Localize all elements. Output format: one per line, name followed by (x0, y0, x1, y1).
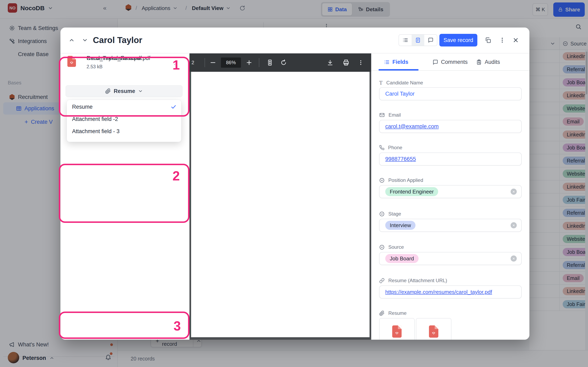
tab-comments-label: Comments (441, 59, 468, 65)
stage-select[interactable]: Interview × (379, 219, 522, 232)
zoom-in-icon[interactable] (246, 59, 252, 66)
menu-item-label: Attachment field -2 (72, 116, 118, 122)
tab-audits[interactable]: Audits (476, 53, 500, 71)
position-select[interactable]: Frontend Engineer × (379, 185, 522, 198)
field-label-email: Email (379, 112, 401, 118)
close-icon[interactable] (512, 37, 519, 43)
resume-url-input[interactable]: https://example.com/resumes/carol_taylor… (379, 285, 522, 299)
layout-comments-button[interactable] (424, 35, 437, 46)
email-input[interactable]: carol.t@example.com (379, 120, 522, 133)
menu-item[interactable]: Attachment field - 3 (68, 126, 180, 137)
url-link-icon (379, 278, 385, 284)
field-label-resume: Resume (379, 310, 406, 316)
record-view-switcher (398, 34, 437, 46)
single-select-icon (379, 244, 385, 250)
field-label-resume-url: Resume (Attachment URL) (379, 278, 447, 284)
nocodb-app: NO NocoDB « / Applications / Default Vie… (0, 0, 588, 367)
annotation-box-3 (59, 312, 190, 339)
pdf-file-icon: ⌔ (392, 325, 402, 338)
list-icon (402, 37, 408, 43)
annotation-box-1 (59, 57, 190, 117)
active-tab-underline (379, 69, 419, 71)
audit-clipboard-icon (476, 59, 482, 65)
pdf-file-icon: ⌔ (429, 325, 438, 338)
email-icon (379, 112, 385, 118)
position-pill: Frontend Engineer (385, 187, 438, 196)
field-label-source: Source (379, 244, 404, 250)
zoom-level[interactable]: 86% (221, 58, 241, 68)
phone-icon (379, 145, 384, 150)
pdf-more-icon[interactable] (358, 59, 364, 66)
copy-record-icon[interactable] (485, 37, 491, 43)
layout-list-button[interactable] (399, 35, 412, 46)
tab-fields-label: Fields (392, 59, 408, 65)
source-select[interactable]: Job Board × (379, 252, 522, 265)
paperclip-icon (379, 310, 385, 316)
toolbar-divider (259, 58, 259, 67)
candidate-name-value: Carol Taylor (385, 91, 415, 97)
text-field-icon: T (379, 80, 383, 86)
email-value[interactable]: carol.t@example.com (385, 123, 439, 130)
record-title: Carol Taylor (93, 35, 142, 45)
single-select-icon (379, 178, 385, 183)
clear-value-icon[interactable]: × (511, 256, 517, 262)
kebab-menu-icon[interactable] (499, 37, 506, 43)
field-label-phone: Phone (379, 145, 402, 150)
single-select-icon (379, 211, 385, 217)
download-icon[interactable] (327, 59, 334, 66)
save-record-button[interactable]: Save record (439, 34, 477, 47)
source-pill: Job Board (385, 254, 419, 263)
clear-value-icon[interactable]: × (511, 189, 517, 195)
phone-value[interactable]: 9988776655 (385, 156, 416, 162)
modal-header: Carol Taylor Save record (61, 27, 529, 53)
attachment-thumbnail[interactable]: ⌔ (379, 318, 415, 340)
field-label-stage: Stage (379, 211, 401, 217)
phone-input[interactable]: 9988776655 (379, 152, 522, 166)
pdf-toolbar: 2 86% (190, 53, 371, 72)
annotation-box-2 (59, 164, 190, 223)
print-icon[interactable] (343, 59, 350, 66)
clear-value-icon[interactable]: × (511, 222, 517, 228)
page-indicator: 2 (191, 53, 194, 72)
previous-record-button[interactable] (67, 36, 76, 45)
pdf-page (191, 72, 370, 337)
annotation-number-3: 3 (173, 318, 181, 334)
tab-audits-label: Audits (485, 59, 500, 65)
menu-item-label: Attachment field - 3 (72, 128, 120, 134)
next-record-button[interactable] (80, 36, 89, 45)
field-label-candidate-name: T Candidate Name (379, 80, 423, 86)
comment-icon (432, 59, 438, 65)
annotation-number-2: 2 (173, 168, 180, 184)
annotation-number-1: 1 (173, 58, 180, 73)
document-icon (415, 37, 421, 43)
candidate-name-input[interactable]: Carol Taylor (379, 87, 522, 100)
toolbar-divider (205, 58, 205, 67)
attachment-thumbnail[interactable]: ⌔ (416, 318, 451, 340)
rotate-icon[interactable] (280, 59, 287, 66)
stage-pill: Interview (385, 221, 415, 230)
fit-page-icon[interactable] (267, 59, 273, 66)
layout-document-button[interactable] (412, 35, 424, 46)
resume-url-value[interactable]: https://example.com/resumes/carol_taylor… (385, 289, 492, 295)
zoom-out-icon[interactable] (210, 59, 216, 66)
tab-comments[interactable]: Comments (432, 53, 468, 71)
field-label-position: Position Applied (379, 177, 423, 183)
comment-icon (428, 37, 433, 43)
fields-list-icon (384, 59, 389, 65)
tab-fields[interactable]: Fields (384, 53, 408, 71)
